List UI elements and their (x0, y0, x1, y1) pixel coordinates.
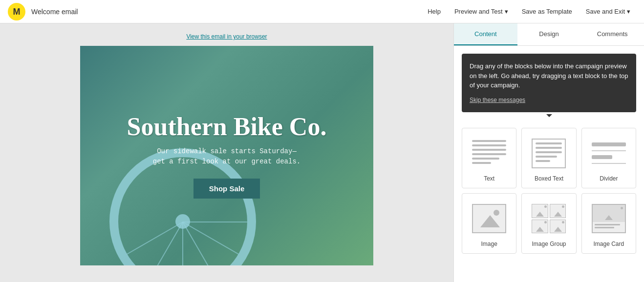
block-label-image-card: Image Card (593, 241, 624, 247)
email-container: Southern Bike Co. Our sidewalk sale star… (80, 46, 373, 265)
spoke (182, 222, 215, 266)
image-block-icon (470, 201, 509, 236)
image-group-block-icon (529, 201, 568, 236)
block-item-text[interactable]: Text (462, 128, 516, 188)
header-nav: Help Preview and Test ▾ Save as Template… (422, 5, 636, 18)
block-label-image-group: Image Group (532, 241, 566, 247)
hint-text: Drag any of the blocks below into the ca… (470, 61, 628, 90)
block-label-boxed-text: Boxed Text (535, 175, 563, 182)
campaign-title: Welcome email (31, 8, 422, 16)
block-label-image: Image (481, 241, 497, 247)
tab-comments[interactable]: Comments (580, 23, 644, 45)
main-layout: View this email in your browser Southern… (0, 23, 644, 282)
spoke (182, 222, 183, 265)
spoke (150, 222, 183, 266)
tab-content[interactable]: Content (454, 23, 517, 45)
preview-and-test-button[interactable]: Preview and Test ▾ (449, 5, 514, 18)
skip-messages-link[interactable]: Skip these messages (470, 97, 525, 103)
tab-design[interactable]: Design (517, 23, 581, 45)
view-in-browser-link[interactable]: View this email in your browser (186, 33, 267, 40)
block-grid: Text Boxed Text (454, 120, 644, 262)
email-preview-panel: View this email in your browser Southern… (0, 23, 453, 282)
view-in-browser-bar: View this email in your browser (186, 33, 267, 40)
block-item-image-group[interactable]: Image Group (521, 193, 576, 254)
email-hero-section: Southern Bike Co. Our sidewalk sale star… (80, 46, 373, 265)
chevron-down-icon: ▾ (505, 8, 508, 15)
block-item-image-card[interactable]: Image Card (581, 193, 636, 254)
save-and-exit-button[interactable]: Save and Exit ▾ (580, 5, 636, 18)
hero-title: Southern Bike Co. (127, 113, 327, 141)
hint-box: Drag any of the blocks below into the ca… (462, 54, 636, 112)
spoke (183, 222, 247, 222)
block-item-boxed-text[interactable]: Boxed Text (521, 128, 576, 188)
svg-text:M: M (13, 7, 21, 17)
hero-cta-button[interactable]: Shop Sale (193, 179, 260, 199)
block-item-image[interactable]: Image (462, 193, 516, 254)
spoke (127, 222, 183, 255)
save-as-template-button[interactable]: Save as Template (516, 5, 578, 18)
hero-subtitle: Our sidewalk sale starts Saturday—get a … (127, 146, 327, 167)
divider-block-icon (589, 136, 628, 170)
help-button[interactable]: Help (422, 5, 447, 18)
sidebar-tabs: Content Design Comments (454, 23, 644, 46)
right-sidebar: Content Design Comments Drag any of the … (453, 23, 644, 282)
image-card-block-icon (589, 201, 628, 236)
mailchimp-logo[interactable]: M (8, 3, 25, 20)
text-block-icon (470, 136, 509, 170)
block-label-text: Text (484, 175, 494, 182)
block-label-divider: Divider (600, 175, 618, 182)
hero-content: Southern Bike Co. Our sidewalk sale star… (107, 93, 346, 218)
spoke (183, 222, 239, 255)
app-header: M Welcome email Help Preview and Test ▾ … (0, 0, 644, 23)
boxed-text-block-icon (529, 136, 568, 170)
chevron-down-icon: ▾ (627, 8, 630, 15)
block-item-divider[interactable]: Divider (581, 128, 636, 188)
